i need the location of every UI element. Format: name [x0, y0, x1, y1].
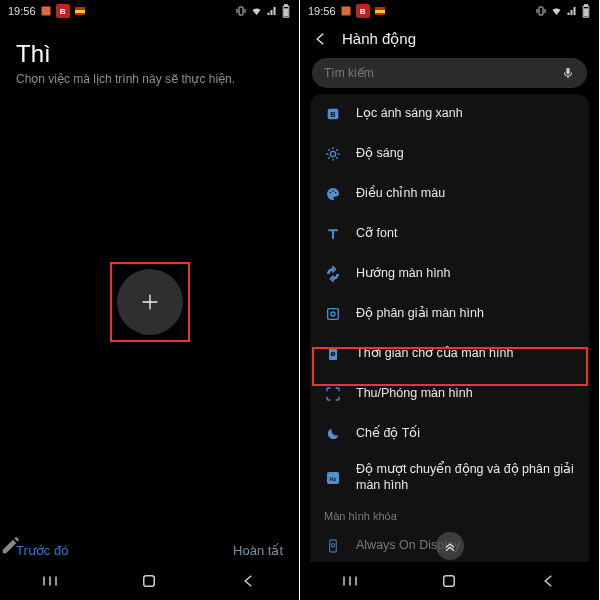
- collapse-button[interactable]: [436, 532, 464, 560]
- header: Hành động: [300, 22, 599, 58]
- page-title: Thì: [0, 22, 299, 72]
- home-button[interactable]: [139, 571, 159, 591]
- plus-icon: [139, 291, 161, 313]
- item-label: Thu/Phóng màn hình: [356, 386, 575, 402]
- palette-icon: [324, 185, 342, 203]
- svg-rect-6: [285, 5, 288, 6]
- svg-rect-4: [239, 7, 243, 15]
- back-button[interactable]: [239, 571, 259, 591]
- svg-rect-3: [75, 13, 85, 15]
- signal-icon: [566, 5, 578, 17]
- svg-point-30: [331, 544, 334, 547]
- wifi-icon: [550, 5, 563, 17]
- signal-icon: [266, 5, 278, 17]
- item-label: Chế độ Tối: [356, 426, 575, 442]
- item-brightness[interactable]: Độ sáng: [310, 134, 589, 174]
- svg-rect-1: [75, 7, 85, 10]
- action-list[interactable]: B Lọc ánh sáng xanh Độ sáng Điều chỉnh m…: [310, 94, 589, 562]
- done-button[interactable]: Hoàn tất: [233, 543, 283, 558]
- recents-button[interactable]: [340, 571, 360, 591]
- battery-icon: [581, 4, 591, 18]
- item-motion-resolution[interactable]: Hz Độ mượt chuyển động và độ phân giải m…: [310, 454, 589, 502]
- svg-rect-31: [444, 576, 455, 587]
- item-resolution[interactable]: Độ phân giải màn hình: [310, 294, 589, 334]
- recents-button[interactable]: [40, 571, 60, 591]
- font-icon: [324, 225, 342, 243]
- status-b-icon: B: [356, 4, 370, 18]
- svg-rect-12: [375, 13, 385, 15]
- vibrate-icon: [535, 5, 547, 17]
- home-button[interactable]: [439, 571, 459, 591]
- status-flag-icon: [74, 5, 86, 17]
- nav-bar: [300, 562, 599, 600]
- svg-point-24: [331, 312, 335, 316]
- zoom-icon: [324, 385, 342, 403]
- rotate-icon: [324, 265, 342, 283]
- status-time: 19:56: [8, 5, 36, 17]
- add-action-button[interactable]: [117, 269, 183, 335]
- status-flag-icon: [374, 5, 386, 17]
- footer-actions: Trước đó Hoàn tất: [0, 543, 299, 558]
- item-dark-mode[interactable]: Chế độ Tối: [310, 414, 589, 454]
- svg-point-20: [330, 192, 332, 194]
- aod-icon: [324, 537, 342, 555]
- item-zoom[interactable]: Thu/Phóng màn hình: [310, 374, 589, 414]
- svg-rect-2: [75, 10, 85, 13]
- mic-icon[interactable]: [561, 66, 575, 80]
- svg-rect-0: [41, 7, 50, 16]
- item-label: Hướng màn hình: [356, 266, 575, 282]
- search-placeholder: Tìm kiếm: [324, 66, 374, 80]
- status-app-icon: [340, 5, 352, 17]
- add-action-container: [117, 269, 183, 335]
- item-screen-timeout[interactable]: Thời gian chờ của màn hình: [310, 334, 589, 374]
- phone-left: 19:56 B Thì Chọn việc mà lịch trì: [0, 0, 300, 600]
- item-label: Always On Display: [356, 538, 575, 554]
- svg-text:Hz: Hz: [330, 476, 337, 482]
- hz-icon: Hz: [324, 469, 342, 487]
- svg-point-22: [335, 192, 337, 194]
- back-button[interactable]: [539, 571, 559, 591]
- item-label: Điều chỉnh màu: [356, 186, 575, 202]
- blue-light-icon: B: [324, 105, 342, 123]
- wifi-icon: [250, 5, 263, 17]
- item-orientation[interactable]: Hướng màn hình: [310, 254, 589, 294]
- svg-rect-10: [375, 7, 385, 10]
- page-subtitle: Chọn việc mà lịch trình này sẽ thực hiện…: [0, 72, 299, 86]
- svg-rect-11: [375, 10, 385, 13]
- status-bar: 19:56 B: [0, 0, 299, 22]
- svg-point-21: [332, 190, 334, 192]
- svg-rect-8: [144, 576, 155, 587]
- item-label: Thời gian chờ của màn hình: [356, 346, 575, 362]
- svg-rect-23: [328, 309, 339, 320]
- item-color-adjust[interactable]: Điều chỉnh màu: [310, 174, 589, 214]
- item-label: Độ mượt chuyển động và độ phân giải màn …: [356, 462, 575, 493]
- header-title: Hành động: [342, 30, 416, 48]
- item-label: Cỡ font: [356, 226, 575, 242]
- item-blue-light[interactable]: B Lọc ánh sáng xanh: [310, 94, 589, 134]
- svg-rect-13: [539, 7, 543, 15]
- back-icon[interactable]: [312, 30, 330, 48]
- battery-icon: [281, 4, 291, 18]
- section-lock-screen: Màn hình khóa: [310, 506, 589, 526]
- previous-button[interactable]: Trước đó: [16, 543, 68, 558]
- status-app-icon: [40, 5, 52, 17]
- status-b-icon: B: [56, 4, 70, 18]
- moon-icon: [324, 425, 342, 443]
- status-bar: 19:56 B: [300, 0, 599, 22]
- brightness-icon: [324, 145, 342, 163]
- chevron-up-icon: [442, 538, 458, 554]
- search-input[interactable]: Tìm kiếm: [312, 58, 587, 88]
- svg-rect-29: [330, 540, 337, 552]
- item-label: Độ phân giải màn hình: [356, 306, 575, 322]
- svg-text:B: B: [330, 110, 335, 119]
- svg-point-19: [330, 151, 335, 156]
- item-label: Độ sáng: [356, 146, 575, 162]
- phone-right: 19:56 B Hành: [300, 0, 600, 600]
- nav-bar: [0, 562, 299, 600]
- svg-rect-9: [341, 7, 350, 16]
- svg-rect-15: [585, 5, 588, 6]
- timeout-icon: [324, 345, 342, 363]
- item-font-size[interactable]: Cỡ font: [310, 214, 589, 254]
- svg-rect-16: [584, 9, 588, 16]
- status-time: 19:56: [308, 5, 336, 17]
